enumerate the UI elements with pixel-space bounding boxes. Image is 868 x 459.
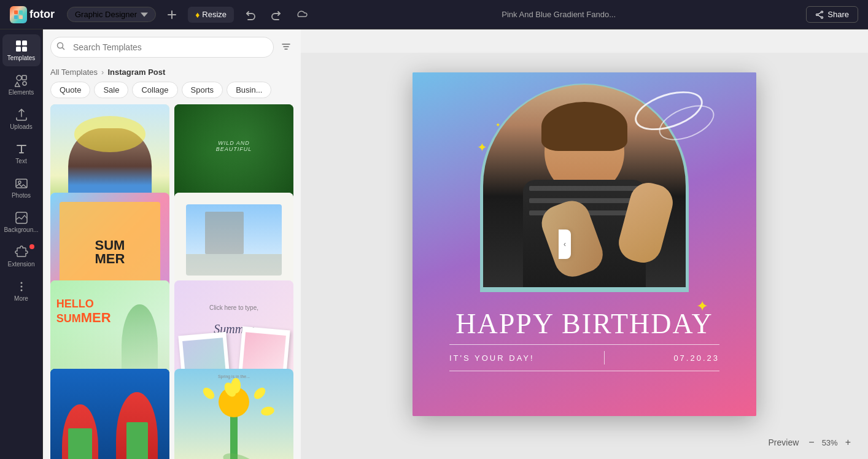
birthday-title: HAPPY BIRTHDAY [455,310,713,338]
zoom-level: 53% [822,438,838,447]
topbar: fotor Graphic Designer ♦ Resize Pink And… [0,0,868,29]
svg-rect-1 [19,10,23,14]
filter-button[interactable] [279,39,293,56]
resize-button[interactable]: ♦ Resize [188,7,234,23]
svg-point-13 [23,82,26,85]
sidebar-item-text[interactable]: Text [2,137,41,169]
tag-quote[interactable]: Quote [50,82,90,98]
doc-title: Pink And Blue Gradient Fando... [319,10,799,19]
sidebar-item-more[interactable]: More [2,275,41,307]
sparkle-1: ✦ [477,140,487,155]
resize-diamond-icon: ♦ [195,10,200,20]
canvas-top-strip [301,29,868,53]
svg-point-5 [821,17,823,18]
sidebar-item-templates[interactable]: Templates [2,34,41,66]
search-input-wrap [50,37,274,58]
redo-button[interactable] [267,6,285,24]
birthday-sub-right: 07.20.23 [673,353,719,363]
svg-point-4 [821,11,823,13]
svg-rect-3 [19,15,23,19]
extension-badge [29,244,34,249]
panel-collapse-handle[interactable]: ‹ [559,230,571,259]
svg-rect-8 [22,40,27,45]
svg-point-18 [20,286,22,288]
sparkle-2: ✦ [495,122,500,128]
tag-business[interactable]: Busin... [227,82,271,98]
sidebar-item-photos[interactable]: Photos [2,172,41,204]
search-icon [56,42,65,53]
search-input[interactable] [50,37,274,58]
svg-rect-12 [22,75,26,80]
app-switcher[interactable]: Graphic Designer [67,7,156,22]
logo[interactable]: fotor [10,6,55,23]
undo-button[interactable] [241,6,260,24]
sidebar-item-background[interactable]: Backgroun... [2,206,41,238]
zoom-controls: − 53% + [806,436,853,449]
breadcrumb-current: Instagram Post [107,68,165,77]
divider-top [449,344,719,345]
svg-rect-9 [16,47,21,52]
svg-point-15 [18,181,21,183]
share-button[interactable]: Share [806,6,858,23]
add-button[interactable] [163,6,180,23]
template-card[interactable]: ♥ Spring is in the... [174,369,293,460]
svg-point-17 [20,282,22,284]
template-panel: All Templates › Instagram Post Quote Sal… [43,29,301,459]
templates-grid: WILD AND BEAUTIFUL SUM MER [43,104,301,459]
svg-rect-0 [14,10,18,14]
main-area: Templates Elements Uploads Text [0,29,868,459]
app-name: Graphic Designer [75,10,137,19]
svg-rect-2 [14,15,18,19]
tag-collage[interactable]: Collage [132,82,177,98]
divider-vertical [604,351,605,364]
icon-bar: Templates Elements Uploads Text [0,29,43,459]
zoom-in-button[interactable]: + [843,436,853,449]
template-card[interactable]: Hello Spring 🌸 [50,369,169,460]
svg-rect-7 [16,40,21,45]
breadcrumb-all-link[interactable]: All Templates [50,68,98,77]
svg-point-19 [20,290,22,291]
logo-icon [10,6,27,23]
tag-sports[interactable]: Sports [182,82,223,98]
zoom-out-button[interactable]: − [806,436,816,449]
design-canvas[interactable]: ✦ ✦ ✦ HAPPY BIRTHDAY IT'S YOUR DAY! 07.2… [413,72,756,416]
divider-bottom [449,371,719,371]
svg-rect-16 [16,212,27,223]
svg-rect-10 [22,47,27,52]
sidebar-item-elements[interactable]: Elements [2,69,41,101]
birthday-subline: IT'S YOUR DAY! 07.20.23 [449,351,719,364]
canvas-wrapper: ‹ [301,29,868,459]
bottom-bar: Preview − 53% + [768,436,853,449]
sidebar-item-extension[interactable]: Extension [2,241,41,272]
svg-point-6 [816,14,818,15]
sidebar-item-uploads[interactable]: Uploads [2,103,41,135]
tags-row: Quote Sale Collage Sports Busin... [43,82,301,104]
svg-point-11 [17,75,21,80]
breadcrumb: All Templates › Instagram Post [43,65,301,82]
search-bar [43,29,301,65]
preview-button[interactable]: Preview [768,438,799,447]
logo-text: fotor [29,8,55,21]
tag-sale[interactable]: Sale [94,82,128,98]
birthday-section: HAPPY BIRTHDAY IT'S YOUR DAY! 07.20.23 [413,275,756,416]
save-cloud-button[interactable] [293,6,311,24]
birthday-sub-left: IT'S YOUR DAY! [449,353,535,363]
